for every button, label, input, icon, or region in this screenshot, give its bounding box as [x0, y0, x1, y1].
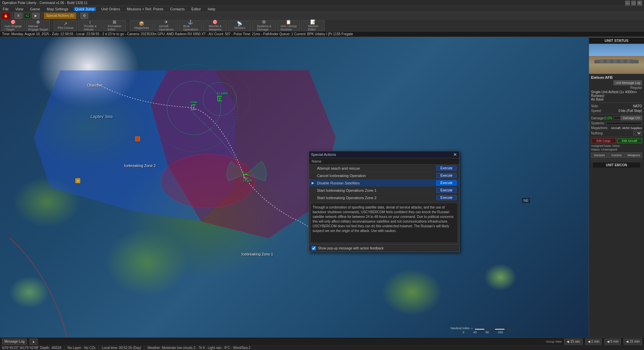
- minimize-button[interactable]: —: [625, 1, 630, 5]
- systems-damage-label: Systems &Damage: [257, 24, 271, 31]
- systems-damage-button[interactable]: ⚙ Systems &Damage: [252, 20, 276, 31]
- pause-icon: ⏸: [17, 14, 20, 17]
- special-action-row-1[interactable]: Cancel Icebreaking Operation Execute: [309, 172, 459, 179]
- menu-unit-orders[interactable]: Unit Orders: [100, 7, 121, 11]
- settings-button[interactable]: ⚙: [80, 13, 88, 19]
- auto-engage-button[interactable]: 🎯 Auto Engage/ Target: [1, 20, 25, 31]
- auto-engage-icon: 🎯: [10, 19, 16, 24]
- main-toolbar: 🔥 ⏸ x1 ▶ Special Actions (5) ⚙: [0, 12, 644, 19]
- edit-aircraft-button[interactable]: Edit Aircraft: [617, 138, 642, 143]
- time-back-5m-button[interactable]: ◀ 5 min: [604, 339, 621, 345]
- mission-editor-label: MissionEditor: [308, 24, 318, 31]
- message-log-button[interactable]: Message Log: [2, 339, 27, 345]
- coords-separator-1: |: [64, 346, 65, 350]
- formation-label: FormationEditor: [108, 24, 121, 31]
- speed-value: 0 kts (Full Stop): [619, 109, 642, 113]
- expand-button[interactable]: ▲: [30, 339, 38, 345]
- sa-name-3: Start Icebreaking Operations Zone 1: [317, 188, 435, 192]
- menu-map-settings[interactable]: Map Settings: [45, 7, 69, 11]
- sensors-tab[interactable]: Sensors: [591, 153, 607, 158]
- unit-message-log-button[interactable]: Unit Message Log: [613, 80, 642, 85]
- toolbar2-separator-2: [128, 21, 128, 30]
- unit-status-title: UNIT STATUS: [589, 38, 644, 44]
- time-back-15m-button[interactable]: ◀ 15 min: [624, 339, 642, 345]
- special-actions-close-button[interactable]: ✕: [453, 152, 457, 157]
- systems-damage-icon: ⚙: [262, 19, 266, 24]
- status-divider-3: [591, 137, 642, 137]
- menu-game[interactable]: Game: [29, 7, 41, 11]
- coords-separator-3: |: [144, 346, 145, 350]
- sensors-toolbar-icon: 📡: [237, 21, 242, 26]
- pause-button[interactable]: ⏸: [14, 13, 22, 19]
- unit-doctrine-icon: 📋: [286, 19, 291, 24]
- special-actions-label: Special Actions (5): [46, 14, 74, 17]
- sensors-toolbar-button[interactable]: 📡 Sensors: [228, 20, 251, 31]
- unit-marker-glide[interactable]: Glide: [191, 105, 196, 110]
- menu-missions[interactable]: Missions + Ref. Points: [125, 7, 165, 11]
- auto-engage-label: Auto Engage/ Target: [4, 24, 22, 31]
- damage-row: Damage: 0.0% Damage Ctrl: [591, 116, 642, 120]
- throttle-button[interactable]: ↕ Throttle &Altitude: [78, 20, 102, 31]
- special-action-row-3[interactable]: Start Icebreaking Operations Zone 1 Exec…: [309, 187, 459, 194]
- sa-execute-button-2[interactable]: Execute: [436, 180, 457, 185]
- unit-marker-small-2[interactable]: [135, 136, 140, 141]
- special-action-description[interactable]: Through a combination of spoofing satell…: [310, 203, 458, 243]
- damage-ctrl-button[interactable]: Damage Ctrl: [621, 116, 642, 120]
- unit-doctrine-button[interactable]: 📋 Unit / GroupDoctrine: [277, 20, 300, 31]
- maximize-button[interactable]: □: [631, 1, 636, 5]
- edit-cargo-button[interactable]: Edit Cargo: [591, 138, 616, 143]
- magazines-label: Magazines:: [591, 126, 608, 130]
- sa-execute-button-4[interactable]: Execute: [436, 195, 457, 200]
- fire-button[interactable]: 🔥: [1, 13, 10, 19]
- mission-editor-button[interactable]: 📝 MissionEditor: [301, 20, 325, 31]
- menu-file[interactable]: File: [1, 7, 10, 11]
- close-button[interactable]: ✕: [637, 1, 642, 5]
- special-action-row-2[interactable]: ▶ Disable Russian Satellites Execute: [309, 179, 459, 187]
- status-text: Time: Monday, August 18, 2025 - Zulu: 12…: [2, 32, 353, 36]
- menu-contacts[interactable]: Contacts: [169, 7, 186, 11]
- special-actions-button[interactable]: Special Actions (5): [44, 13, 76, 19]
- nothing-select[interactable]: [633, 131, 642, 135]
- sa-execute-button-3[interactable]: Execute: [436, 188, 457, 193]
- play-button[interactable]: ▶: [32, 13, 40, 19]
- status-bar: Time: Monday, August 18, 2025 - Zulu: 12…: [0, 32, 644, 37]
- scale-label: Nautical miles —: [450, 327, 473, 330]
- map-area[interactable]: Objective Laptev Sea Icebreaking Zone 2 …: [0, 37, 589, 337]
- unit-marker-aircraft2[interactable]: 22.6dB8: [217, 96, 222, 101]
- comms-tab[interactable]: Comms: [608, 153, 625, 158]
- unit-name: Eielson AFB: [591, 75, 642, 79]
- time-back-1m-button[interactable]: ◀ 1 min: [585, 339, 602, 345]
- special-actions-table-header: Name: [309, 158, 459, 165]
- aircraft-ops-button[interactable]: ✈ AircraftOperations: [154, 20, 178, 31]
- formation-editor-button[interactable]: ⊞ FormationEditor: [103, 20, 126, 31]
- boat-ops-button[interactable]: ⚓ BoatOperations: [179, 20, 202, 31]
- unit-marker-ship[interactable]: 19.4d8: [243, 174, 248, 179]
- menu-help[interactable]: Help: [206, 7, 217, 11]
- menu-view[interactable]: View: [14, 7, 25, 11]
- menu-bar: File View Game Map Settings Quick Jump U…: [0, 6, 644, 12]
- unit-marker-small-1[interactable]: ⊕: [75, 178, 80, 183]
- sa-execute-button-0[interactable]: Execute: [436, 166, 457, 171]
- expand-icon: ▲: [32, 340, 35, 343]
- svg-point-10: [193, 107, 195, 108]
- sa-execute-button-1[interactable]: Execute: [436, 173, 457, 178]
- panel-expand-button[interactable]: ▶: [589, 121, 589, 131]
- manual-engage-button[interactable]: ⊕ ManualEngage Target: [26, 20, 50, 31]
- weapons-tab[interactable]: Weapons: [626, 153, 642, 158]
- sa-expand-2[interactable]: ▶: [312, 181, 316, 185]
- manual-engage-icon: ⊕: [36, 19, 40, 24]
- plot-course-label: Plot Course: [58, 26, 73, 30]
- menu-quick-jump[interactable]: Quick Jump: [74, 7, 96, 11]
- special-actions-title-bar: Special Actions ✕: [309, 151, 459, 158]
- menu-editor[interactable]: Editor: [190, 7, 202, 11]
- status-divider-2: [591, 114, 642, 114]
- special-action-row-0[interactable]: Attempt seach and rescue Execute: [309, 165, 459, 172]
- unit-image-area: [589, 44, 644, 74]
- mounts-weapons-button[interactable]: 🎯 Mounts &Weapons: [203, 20, 227, 31]
- time-back-15s-button[interactable]: ◀ 15 sec: [564, 339, 582, 345]
- plot-course-button[interactable]: ↗ Plot Course: [54, 20, 77, 31]
- special-action-row-4[interactable]: Start Icebreaking Operations Zone 2 Exec…: [309, 194, 459, 201]
- show-popup-checkbox[interactable]: [312, 246, 316, 250]
- special-actions-title: Special Actions: [311, 153, 336, 157]
- magazines-button[interactable]: 📦 Magazines: [130, 20, 153, 31]
